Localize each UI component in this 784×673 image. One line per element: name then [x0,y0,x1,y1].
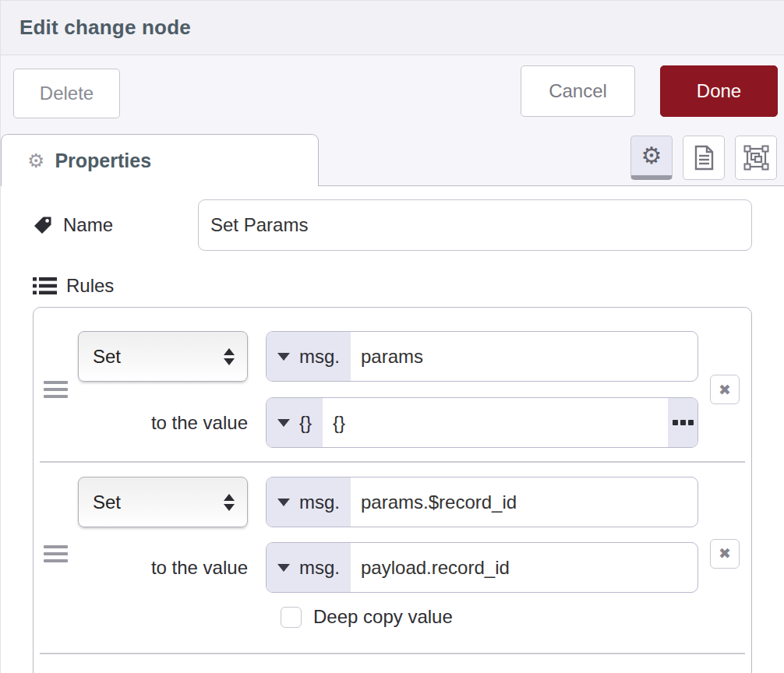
rule-1-delete-col: ✖ [698,331,751,448]
rule-1-value-field[interactable] [323,398,668,447]
delete-button[interactable]: Delete [13,69,120,118]
rule-1-value-row: to the value {} [78,397,698,448]
rule-2-property-type-button[interactable]: msg. [267,477,351,527]
select-arrows-icon [224,348,235,365]
drag-handle-icon[interactable] [44,381,68,398]
rule-2-main: Set msg. to the value [78,477,698,630]
rule-1-value-input: {} [266,397,698,448]
rule-1-property-field[interactable] [351,332,697,381]
rule-divider [40,653,745,654]
chevron-down-icon [277,564,290,572]
document-icon [694,145,715,171]
name-row: Name [33,199,752,251]
rule-1-action-value: Set [93,346,121,368]
rule-1-property-prefix: msg. [299,346,340,368]
tab-properties[interactable]: ⚙ Properties [1,134,319,186]
rule-2-to-the-value-label: to the value [78,557,248,579]
rule-2-property-prefix: msg. [299,492,340,513]
appearance-icon [743,145,769,171]
drag-handle-icon[interactable] [44,545,68,562]
rule-1-property-input: msg. [266,331,698,382]
rules-label: Rules [33,275,752,297]
name-label: Name [33,214,198,236]
chevron-down-icon [277,419,290,427]
rule-2-value-input: msg. [266,542,698,593]
rule-1-remove-button[interactable]: ✖ [710,375,740,404]
rule-1-action-select[interactable]: Set [78,331,248,382]
rule-2-handle-col [34,477,78,630]
rule-2-remove-button[interactable]: ✖ [710,539,740,569]
rule-2-action-value: Set [93,492,121,513]
appearance-tab-button[interactable] [735,136,777,180]
rule-1-property-row: Set msg. [78,331,698,382]
rule-2-property-input: msg. [266,477,698,527]
rule-row-2: Set msg. to the value [34,463,751,653]
rule-1-main: Set msg. to the value [78,331,698,448]
rule-1-value-type-button[interactable]: {} [267,398,323,447]
tag-icon [33,215,53,235]
rule-2-delete-col: ✖ [698,477,751,630]
rule-2-action-select[interactable]: Set [78,477,248,527]
properties-form: Name Rules Set [1,186,784,673]
rules-container: Set msg. to the value [33,307,752,673]
properties-tab-button[interactable]: ⚙ [630,136,673,180]
rule-2-property-field[interactable] [351,477,697,527]
name-input[interactable] [198,199,752,251]
deep-copy-row: Deep copy value [281,604,698,630]
chevron-down-icon [277,353,290,361]
rule-2-value-row: to the value msg. [78,542,698,593]
gear-icon: ⚙ [27,151,44,171]
rule-1-to-the-value-label: to the value [78,412,248,434]
editor-tab-buttons: ⚙ [630,136,777,180]
ellipsis-icon [673,420,678,425]
gear-icon: ⚙ [641,144,662,167]
dialog-title: Edit change node [19,16,191,40]
expand-editor-button[interactable] [668,398,697,447]
rule-1-property-type-button[interactable]: msg. [267,332,351,381]
deep-copy-label: Deep copy value [313,606,453,628]
select-arrows-icon [224,494,235,511]
rule-2-value-field[interactable] [351,543,697,592]
rules-label-text: Rules [66,275,114,297]
rule-1-value-type-label: {} [299,412,312,434]
rule-1-handle-col [34,331,78,448]
done-button[interactable]: Done [660,65,778,117]
rule-2-property-row: Set msg. [78,477,698,527]
chevron-down-icon [277,499,290,506]
rule-2-value-type-button[interactable]: msg. [267,543,351,592]
list-icon [33,276,57,296]
deep-copy-checkbox[interactable] [281,607,302,628]
description-tab-button[interactable] [683,136,725,180]
name-label-text: Name [63,214,113,236]
tab-properties-label: Properties [55,150,151,172]
dialog-header: Edit change node [1,1,784,55]
cancel-button[interactable]: Cancel [521,65,635,117]
editor-tab-bar: ⚙ Properties ⚙ [1,132,784,186]
dialog-button-bar: Delete Cancel Done [1,55,784,132]
rule-2-value-type-label: msg. [299,557,340,579]
rule-row-1: Set msg. to the value [34,308,751,461]
